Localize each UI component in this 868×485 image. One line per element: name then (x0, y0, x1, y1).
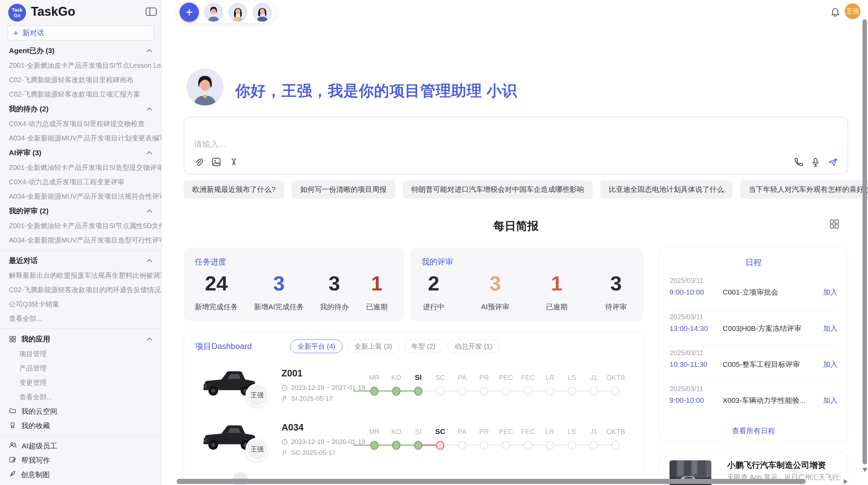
project-row-z001[interactable]: 王强 Z001 2023-12-19 ~ 2027-01-19 SI-2025-… (184, 359, 643, 413)
suggestion-chip[interactable]: 比亚迪全固态电池计划具体说了什么 (600, 180, 733, 199)
milestone-label: SI (415, 427, 422, 436)
apps-view-all-link[interactable]: 查看全部... (0, 390, 161, 404)
milestone-SI[interactable]: SI (407, 427, 429, 450)
user-avatar[interactable]: 王强 (845, 3, 860, 19)
milestone-SC[interactable]: SC (429, 427, 451, 450)
horizontal-scrollbar[interactable] (177, 479, 806, 484)
milestone-label: LR (545, 373, 554, 382)
join-button[interactable]: 加入 (823, 396, 837, 405)
scroll-down-arrow-icon[interactable] (863, 468, 867, 472)
sidebar-task-item[interactable]: C02-飞腾新能源轻客改款项目立项汇报方案 (0, 87, 161, 101)
milestone-MR[interactable]: MR (363, 427, 385, 450)
milestone-label: PR (479, 427, 489, 436)
milestone-dot (524, 387, 532, 396)
sidebar-item-cloud-space[interactable]: 我的云空间 (0, 404, 161, 419)
sidebar-task-item[interactable]: Z001-全新燃油皮卡产品开发项目SI节点Lesson Learn报告 (0, 58, 161, 73)
microphone-button[interactable] (811, 158, 820, 167)
sidebar-item-favorites[interactable]: 我的收藏 (0, 419, 161, 433)
sidebar-item-help-me-write[interactable]: 帮我写作 (0, 453, 161, 468)
new-chat-button[interactable]: + 新对话 (8, 25, 154, 40)
voice-call-button[interactable] (794, 158, 803, 167)
sidebar-task-item[interactable]: A034-全新新能源MUV产品开发项目计划变更表编写 (0, 131, 161, 145)
schedule-event-title: X003-车辆动力学性能验... (723, 396, 823, 405)
screenshot-button[interactable]: ✂ (229, 157, 237, 167)
milestone-KO[interactable]: KO (385, 427, 407, 450)
section-title: Agent已办 (3) (9, 46, 147, 55)
dashboard-filter-tab[interactable]: 全新平台 (4) (290, 339, 342, 353)
sidebar-section-my-todo[interactable]: 我的待办 (2) (0, 101, 161, 116)
vertical-scrollbar[interactable] (863, 19, 867, 464)
insert-image-button[interactable] (212, 157, 221, 167)
milestone-PEC[interactable]: PEC (495, 427, 517, 450)
sidebar-item-creative-drawing[interactable]: 创意制图 (0, 468, 161, 482)
milestone-LR[interactable]: LR (539, 373, 561, 396)
project-row-a034[interactable]: 王强 A034 2023-12-19 ~ 2026-01-19 SC-2025-… (184, 413, 643, 468)
sidebar-section-ai-review[interactable]: AI评审 (3) (0, 145, 161, 160)
sidebar-task-item[interactable]: Z001-全新燃油轻卡产品开发项目SI造型提交物评审 (0, 160, 161, 175)
milestone-LS[interactable]: LS (561, 427, 583, 450)
sidebar-recent-chat-item[interactable]: 解释最新出台的欧盟报废车法规再生塑料比例被调至15%... (0, 268, 161, 283)
milestone-PR[interactable]: PR (473, 373, 495, 396)
join-button[interactable]: 加入 (823, 360, 837, 369)
milestone-PA[interactable]: PA (451, 427, 473, 450)
sidebar-task-item[interactable]: A034-全新新能源MUV产品开发项目造型可行性评审 (0, 233, 161, 247)
milestone-MR[interactable]: MR (363, 373, 385, 396)
sidebar-item-ai-super-staff[interactable]: AI超级员工 (0, 439, 161, 453)
milestone-PA[interactable]: PA (451, 373, 473, 396)
layout-grid-icon[interactable] (830, 219, 839, 230)
milestone-J1[interactable]: J1 (583, 427, 605, 450)
sidebar-section-recent-chats[interactable]: 最近对话 (0, 253, 161, 268)
sidebar-section-agent-done[interactable]: Agent已办 (3) (0, 43, 161, 58)
suggestion-chip[interactable]: 特朗普可能对进口汽车增税会对中国车企造成哪些影响 (403, 180, 593, 199)
milestone-SI[interactable]: SI (407, 373, 429, 396)
milestone-LR[interactable]: LR (539, 427, 561, 450)
sidebar-task-item[interactable]: A034-全新新能源MUV产品开发项目法规符合性评审 (0, 189, 161, 203)
join-button[interactable]: 加入 (823, 324, 837, 333)
join-button[interactable]: 加入 (823, 287, 837, 297)
add-agent-button[interactable]: + (180, 3, 199, 22)
send-button[interactable] (828, 157, 838, 167)
agent-avatar-2[interactable] (228, 3, 248, 22)
milestone-OKTB[interactable]: OKTB (605, 427, 627, 450)
sidebar-task-item[interactable]: C0X4-动力总成开发项目SI里程碑提交物检查 (0, 116, 161, 131)
sidebar-recent-chat-item[interactable]: C02-飞腾新能源轻客改款项目的闭环通告反馈情况 (0, 283, 161, 297)
suggestion-chip[interactable]: 欧洲新规最近颁布了什么? (184, 180, 284, 199)
agent-avatar-1[interactable] (204, 3, 223, 22)
sidebar-task-item[interactable]: C0X4-动力总成开发项目工程变更评审 (0, 175, 161, 189)
schedule-date: 2025/03/11 (670, 277, 703, 285)
suggestion-chip[interactable]: 如何写一份清晰的项目周报 (292, 180, 395, 199)
sidebar-recent-chat-item[interactable]: 公司Q3轻卡销量 (0, 297, 161, 311)
schedule-card: 日程 2025/03/11 9:00-10:00 C001-立项审批会 加入 2… (659, 248, 848, 443)
milestone-FEC[interactable]: FEC (517, 427, 539, 450)
dashboard-filter-tab[interactable]: 动总开发 (1) (447, 339, 499, 353)
section-title: 我的应用 (21, 334, 147, 344)
milestone-PR[interactable]: PR (473, 427, 495, 450)
milestone-SC[interactable]: SC (429, 373, 451, 396)
sidebar-app-item[interactable]: 变更管理 (0, 375, 161, 390)
scroll-right-arrow-icon[interactable] (844, 479, 848, 484)
view-all-schedule-link[interactable]: 查看所有日程 (670, 426, 837, 436)
sidebar-section-my-review[interactable]: 我的评审 (2) (0, 203, 161, 219)
dashboard-filter-tab[interactable]: 全新上装 (3) (347, 339, 399, 353)
sidebar-app-item[interactable]: 项目管理 (0, 347, 161, 361)
sidebar-task-item[interactable]: Z001-全新燃油轻卡产品开发项目SI节点属性5D文件评审 (0, 219, 161, 233)
chat-composer[interactable]: 请输入... ✂ (184, 117, 848, 174)
milestone-PEC[interactable]: PEC (495, 373, 517, 396)
schedule-time: 9:00-10:00 (670, 288, 723, 296)
milestone-FEC[interactable]: FEC (517, 373, 539, 396)
milestone-J1[interactable]: J1 (583, 373, 605, 396)
sidebar-task-item[interactable]: C02-飞腾新能源轻客改款项目里程碑画布 (0, 73, 161, 87)
dashboard-filter-tab[interactable]: 年型 (2) (404, 339, 443, 353)
milestone-OKTB[interactable]: OKTB (605, 373, 627, 396)
agent-avatar-3[interactable] (253, 3, 272, 22)
milestone-KO[interactable]: KO (385, 373, 407, 396)
sidebar-collapse-button[interactable] (145, 7, 157, 17)
recent-view-all-link[interactable]: 查看全部... (0, 311, 161, 326)
sidebar-app-item[interactable]: 产品管理 (0, 361, 161, 375)
sidebar-section-my-apps[interactable]: 我的应用 (0, 332, 161, 347)
notifications-bell-icon[interactable] (831, 8, 840, 18)
milestone-label: PA (458, 427, 466, 436)
suggestion-chip[interactable]: 当下年轻人对汽车外观有怎样的喜好趋势 (740, 180, 868, 199)
attach-file-button[interactable] (194, 158, 203, 167)
milestone-LS[interactable]: LS (561, 373, 583, 396)
